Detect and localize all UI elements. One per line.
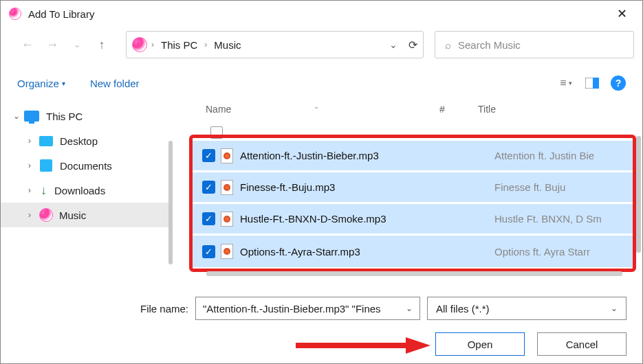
search-icon: ⌕ [445, 39, 451, 51]
file-row[interactable]: ✓ Hustle-Ft.-BNXN-D-Smoke.mp3 Hustle Ft.… [193, 204, 633, 236]
chevron-right-icon: › [151, 40, 154, 49]
audio-file-icon [221, 244, 233, 259]
dialog-footer: File name: "Attention-ft.-Justin-Bieber.… [0, 297, 643, 356]
breadcrumb-seg-pc[interactable]: This PC [158, 36, 200, 54]
sidebar-item-this-pc[interactable]: ⌄ This PC [1, 104, 172, 128]
file-row[interactable]: ✓ Finesse-ft.-Buju.mp3 Finesse ft. Buju [193, 172, 633, 204]
horizontal-scrollbar[interactable] [206, 271, 622, 276]
sort-asc-icon: ⌃ [314, 106, 319, 113]
new-folder-button[interactable]: New folder [90, 78, 140, 89]
column-name[interactable]: Name [206, 104, 231, 115]
cancel-button[interactable]: Cancel [537, 332, 626, 356]
preview-pane-icon[interactable] [583, 76, 601, 91]
breadcrumb-seg-music[interactable]: Music [211, 36, 243, 54]
open-button[interactable]: Open [435, 332, 525, 356]
file-row[interactable]: ✓ Options-ft.-Ayra-Starr.mp3 Options ft.… [193, 236, 633, 267]
title-bar: Add To Library ✕ [1, 1, 642, 27]
chevron-right-icon[interactable]: › [28, 185, 39, 195]
chevron-right-icon[interactable]: › [28, 136, 39, 146]
toolbar: Organize▾ New folder ≡ ▾ ? [1, 68, 642, 98]
close-icon[interactable]: ✕ [610, 3, 634, 24]
column-hash[interactable]: # [439, 104, 478, 115]
chevron-down-icon[interactable]: ⌄ [406, 304, 413, 313]
chevron-down-icon: ▾ [62, 80, 65, 87]
checkbox-checked-icon[interactable]: ✓ [202, 245, 215, 258]
chevron-right-icon[interactable]: › [28, 210, 39, 220]
file-list-scrollbar[interactable] [636, 136, 641, 253]
chevron-right-icon[interactable]: › [28, 161, 39, 170]
checkbox-checked-icon[interactable]: ✓ [202, 149, 215, 162]
sidebar-item-music[interactable]: › Music [1, 203, 172, 227]
nav-bar: ← → ⌄ ↑ › This PC › Music ⌄ ⟳ ⌕ Search M… [1, 27, 642, 62]
highlight-box: ✓ Attention-ft.-Justin-Bieber.mp3 Attent… [189, 135, 636, 272]
file-title: Options ft. Ayra Starr [494, 246, 633, 258]
sidebar-item-desktop[interactable]: › Desktop [1, 128, 172, 153]
document-icon [40, 159, 52, 172]
audio-file-icon [221, 180, 233, 195]
file-title: Hustle Ft. BNXN, D Sm [494, 213, 633, 225]
file-row[interactable]: ✓ Attention-ft.-Justin-Bieber.mp3 Attent… [193, 141, 633, 172]
search-input[interactable]: ⌕ Search Music [435, 31, 634, 58]
sidebar-item-downloads[interactable]: › ↓ Downloads [1, 178, 172, 203]
chevron-down-icon[interactable]: ⌄ [389, 39, 397, 50]
window-title: Add To Library [28, 8, 94, 20]
filetype-filter[interactable]: All files (*.*) ⌄ [427, 297, 626, 320]
checkbox-checked-icon[interactable]: ✓ [202, 181, 215, 194]
folder-icon [39, 136, 53, 146]
forward-button[interactable]: → [42, 34, 63, 55]
svg-rect-1 [593, 78, 599, 89]
file-title: Attention ft. Justin Bie [494, 150, 633, 161]
refresh-icon[interactable]: ⟳ [408, 38, 417, 52]
file-name: Hustle-Ft.-BNXN-D-Smoke.mp3 [240, 213, 494, 225]
music-library-icon [132, 37, 147, 52]
download-icon: ↓ [41, 183, 47, 198]
chevron-right-icon: › [204, 40, 207, 49]
chevron-down-icon[interactable]: ⌄ [13, 111, 24, 121]
breadcrumb[interactable]: › This PC › Music ⌄ ⟳ [126, 31, 424, 58]
up-button[interactable]: ↑ [91, 34, 112, 55]
help-icon[interactable]: ? [611, 76, 626, 91]
audio-file-icon [221, 212, 233, 227]
pc-icon [24, 111, 39, 122]
search-placeholder: Search Music [458, 39, 521, 51]
file-title: Finesse ft. Buju [494, 181, 633, 193]
organize-menu[interactable]: Organize▾ [17, 78, 65, 89]
audio-file-icon [221, 148, 233, 163]
file-name: Options-ft.-Ayra-Starr.mp3 [240, 246, 494, 258]
app-icon [9, 8, 21, 20]
checkbox-checked-icon[interactable]: ✓ [202, 212, 215, 225]
music-icon [39, 208, 53, 222]
sidebar: ⌄ This PC › Desktop › Documents › ↓ Down… [1, 98, 173, 273]
column-title[interactable]: Title [478, 104, 642, 115]
filename-label: File name: [17, 303, 188, 315]
sidebar-item-documents[interactable]: › Documents [1, 153, 172, 178]
chevron-down-icon[interactable]: ⌄ [611, 304, 618, 313]
back-button[interactable]: ← [17, 34, 38, 55]
view-list-icon[interactable]: ≡ ▾ [557, 76, 575, 91]
file-name: Finesse-ft.-Buju.mp3 [240, 181, 494, 193]
file-name: Attention-ft.-Justin-Bieber.mp3 [240, 150, 494, 161]
recent-dropdown[interactable]: ⌄ [67, 34, 87, 55]
filename-input[interactable]: "Attention-ft.-Justin-Bieber.mp3" "Fines… [195, 297, 420, 320]
column-headers: Name ⌃ # Title [173, 98, 642, 120]
